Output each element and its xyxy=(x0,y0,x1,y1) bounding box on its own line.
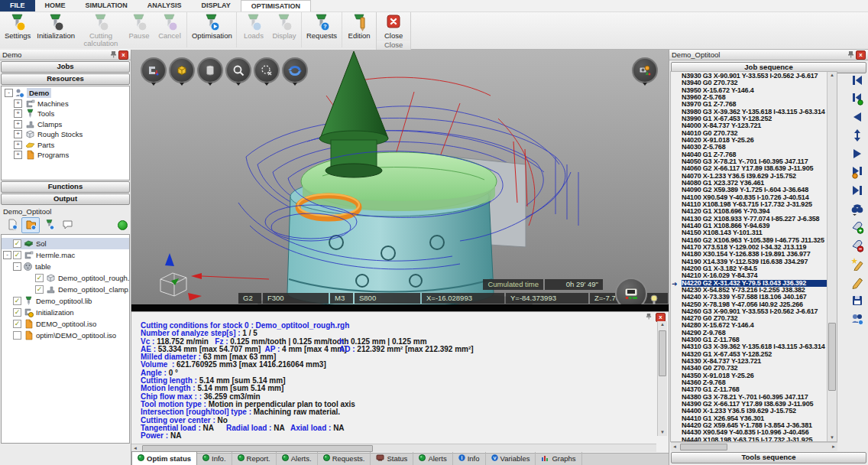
step-forward-button[interactable] xyxy=(850,146,865,161)
ribbon-tab-file[interactable]: FILE xyxy=(0,0,35,11)
gcode-line[interactable]: N4230 X-54.852 Y-73.216 I-2.255 J38.382 xyxy=(682,287,837,294)
optim-vertical-scrollbar[interactable]: ▲ ▼ xyxy=(657,321,667,436)
tree-item-demo[interactable]: -Demo xyxy=(2,88,129,98)
close-button[interactable]: Close xyxy=(378,12,409,40)
edit-button[interactable] xyxy=(850,275,865,289)
gcode-line[interactable]: N4070 X-1.233 Y36.5 I39.629 J-15.752 xyxy=(682,173,837,180)
expander-icon[interactable]: - xyxy=(5,89,13,97)
gcode-line[interactable]: N4380 G3 X-78.21 Y-.701 I-60.395 J47.117 xyxy=(682,394,837,401)
project-item-table[interactable]: -table xyxy=(2,261,129,272)
gcode-line[interactable]: N4420 G2 X59.645 Y-1.788 I-3.854 J-36.38… xyxy=(682,422,837,429)
zoom-button[interactable] xyxy=(225,57,251,83)
select-off-button[interactable] xyxy=(254,57,280,83)
group-settings-button[interactable] xyxy=(850,311,865,326)
ribbon-tab-analysis[interactable]: ANALYSIS xyxy=(138,0,192,11)
pin-icon[interactable] xyxy=(110,50,117,60)
gcode-line[interactable]: N3980 G3 X-39.362 Y-135.618 I-43.115 J-6… xyxy=(682,109,837,115)
viewport-3d[interactable]: Cumulated time 0h 29' 49" G2F300M3S800X=… xyxy=(131,50,669,311)
functions-section-bar[interactable]: Functions xyxy=(1,181,130,193)
tag-add-button[interactable] xyxy=(850,219,865,234)
expander-icon[interactable]: - xyxy=(13,262,21,271)
expander-icon[interactable]: + xyxy=(14,130,22,138)
ribbon-tab-display[interactable]: DISPLAY xyxy=(192,0,241,11)
checkbox[interactable] xyxy=(13,331,21,340)
gcode-line[interactable]: N4240 X-73.339 Y-57.588 I18.106 J40.167 xyxy=(682,294,837,301)
cylinder-view-button[interactable] xyxy=(197,57,223,83)
expander-icon[interactable]: - xyxy=(3,251,11,259)
rotate-button[interactable] xyxy=(282,57,308,83)
step-back-button[interactable] xyxy=(850,109,865,124)
gcode-line[interactable]: N4140 G1 X108.866 Y-94.639 xyxy=(682,223,837,229)
edit-new-button[interactable] xyxy=(850,256,865,271)
project-item-sol[interactable]: ✓Sol xyxy=(2,238,129,249)
checkbox[interactable]: ✓ xyxy=(13,297,21,305)
gcode-line[interactable]: N4000 X-84.737 Y-123.721 xyxy=(682,122,837,129)
gcode-line[interactable]: N4060 G2 X-66.117 Y17.89 I38.639 J-11.90… xyxy=(682,165,837,172)
gcode-line[interactable]: N4040 G1 Z-7.768 xyxy=(682,151,837,158)
gcode-line[interactable]: N4250 X-78.198 Y-47.056 I40.92 J25.266 xyxy=(682,301,837,308)
gcode-line[interactable]: N4430 X90.549 Y-40.835 I-10.996 J-40.456 xyxy=(682,429,837,436)
gcode-line[interactable]: N4340 G0 Z70.732 xyxy=(682,365,837,372)
tree-item-machines[interactable]: +Machines xyxy=(2,99,129,109)
gcode-line[interactable]: N3970 G1 Z-7.768 xyxy=(682,101,837,108)
gcode-line[interactable]: N4330 X-84.737 Y-123.721 xyxy=(682,358,837,365)
gcode-line[interactable]: N3950 X-15.672 Y-146.4 xyxy=(682,87,837,94)
comment-button[interactable] xyxy=(58,217,76,233)
project-item-demo_optitool_rough.rgh[interactable]: ✓Demo_optitool_rough.rgh xyxy=(2,272,129,284)
gcode-line[interactable]: N4350 X-91.018 Y-25.26 xyxy=(682,372,837,379)
gcode-line[interactable]: N4280 X-15.672 Y-146.4 xyxy=(682,322,837,329)
gcode-line[interactable]: N4120 G1 X108.696 Y-70.394 xyxy=(682,208,837,215)
expander-icon[interactable]: + xyxy=(14,141,22,149)
tab-alerts[interactable]: Alerts xyxy=(413,452,452,465)
checkbox[interactable]: ✓ xyxy=(13,251,21,259)
camera-settings-button[interactable] xyxy=(632,57,658,83)
expander-icon[interactable]: + xyxy=(14,99,22,108)
tab-info[interactable]: Info. xyxy=(197,452,232,465)
binoculars-button[interactable] xyxy=(850,201,865,216)
tab-status[interactable]: Status xyxy=(371,452,413,465)
gcode-line[interactable]: N4260 G3 X-90.901 Y-33.553 I-20.562 J-6.… xyxy=(682,308,837,315)
tools-sequence-bar[interactable]: Tools sequence xyxy=(671,452,866,463)
tab-report[interactable]: Report. xyxy=(232,452,277,465)
tool-options-button[interactable] xyxy=(40,217,58,233)
gcode-line[interactable]: N4090 G2 X59.389 Y-1.725 I-.604 J-36.648 xyxy=(682,187,837,193)
ribbon-tab-simulation[interactable]: SIMULATION xyxy=(76,0,138,11)
tab-optimstatus[interactable]: Optim status xyxy=(131,451,197,465)
gcode-line[interactable]: N3940 G0 Z70.732 xyxy=(682,80,837,86)
optimisation-button[interactable]: Optimisation xyxy=(189,12,235,47)
checkbox[interactable]: ✓ xyxy=(13,308,21,317)
job-sequence-list[interactable]: N3930 G3 X-90.901 Y-33.553 I-20.562 J-6.… xyxy=(682,73,837,442)
project-item-optim-demo_optitool.iso[interactable]: optim\DEMO_optitool.iso xyxy=(2,330,129,341)
job-sequence-vertical-scrollbar[interactable]: ▲ ▼ xyxy=(827,72,837,441)
project-item-demo_optitool.iso[interactable]: ✓DEMO_optitool.iso xyxy=(2,318,129,330)
jobs-section-bar[interactable]: Jobs xyxy=(1,61,130,73)
tree-item-rough-stocks[interactable]: +Rough Stocks xyxy=(2,129,129,139)
tab-requests[interactable]: Requests. xyxy=(318,452,371,465)
gcode-line[interactable]: N4270 G0 Z70.732 xyxy=(682,315,837,322)
go-last-alt-button[interactable] xyxy=(850,164,865,179)
gcode-line[interactable]: N4180 X30.154 Y-126.838 I-19.891 J36.977 xyxy=(682,251,837,258)
checkbox[interactable]: ✓ xyxy=(13,320,21,328)
gcode-line[interactable]: N4360 Z-9.768 xyxy=(682,379,837,386)
project-item-hermle.mac[interactable]: -✓Hermle.mac xyxy=(2,249,129,261)
requests-button[interactable]: ?Requests xyxy=(303,12,340,47)
fit-vertical-button[interactable] xyxy=(850,128,865,142)
ribbon-tab-optimisation[interactable]: OPTIMISATION xyxy=(241,0,311,11)
tree-item-clamps[interactable]: +Clamps xyxy=(2,119,129,129)
checkbox[interactable]: ✓ xyxy=(13,239,21,248)
gcode-line[interactable]: N4220 G2 X-31.432 Y-79.5 I3.043 J36.392 xyxy=(682,280,837,287)
settings-button[interactable]: Settings xyxy=(2,12,34,47)
tree-item-parts[interactable]: +Parts xyxy=(2,140,129,150)
gcode-line[interactable]: N4050 G3 X-78.21 Y-.701 I-60.395 J47.117 xyxy=(682,158,837,165)
gcode-line[interactable]: N4160 G2 X106.963 Y-105.389 I-46.775 J11… xyxy=(682,237,837,244)
gcode-line[interactable]: N4010 G0 Z70.732 xyxy=(682,130,837,137)
gcode-line[interactable]: N4190 X14.339 Y-112.539 I16.638 J34.297 xyxy=(682,259,837,265)
go-last-button[interactable] xyxy=(850,183,865,197)
gcode-line[interactable]: N4390 G2 X-66.117 Y17.89 I38.639 J-11.90… xyxy=(682,401,837,408)
initialization-button[interactable]: Initialization xyxy=(34,12,78,47)
gcode-line[interactable]: N4080 G1 X23.372 Y36.461 xyxy=(682,180,837,187)
close-icon[interactable]: x xyxy=(856,50,866,60)
expander-icon[interactable]: + xyxy=(14,109,22,118)
expander-icon[interactable]: + xyxy=(14,120,22,128)
tab-variables[interactable]: VVariables xyxy=(486,452,536,465)
